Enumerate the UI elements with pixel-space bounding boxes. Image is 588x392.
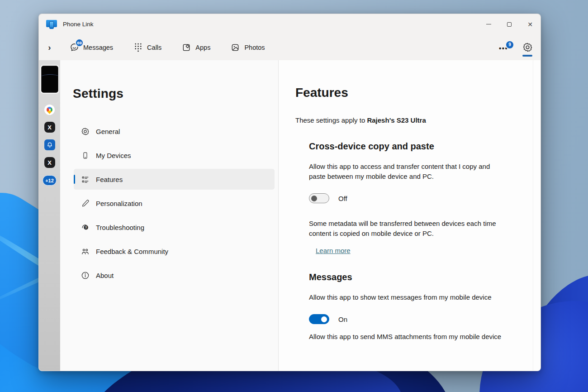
phone-link-window: Phone Link ✕ › 69 xyxy=(38,14,541,371)
troubleshoot-help-icon: ? xyxy=(81,223,90,232)
minimize-icon xyxy=(486,24,491,24)
features-content: Features These settings apply to Rajesh'… xyxy=(279,60,541,371)
mms-description: Allow this app to send MMS attachments f… xyxy=(309,332,504,342)
toggle-knob xyxy=(321,316,327,322)
expand-sidebar-button[interactable]: › xyxy=(39,43,60,53)
x-logo-icon: X xyxy=(47,124,52,131)
tab-calls-label: Calls xyxy=(147,44,161,51)
phone-screen-thumbnail[interactable] xyxy=(41,66,58,93)
maximize-button[interactable] xyxy=(499,14,520,34)
settings-list: General My Devices xyxy=(74,121,275,286)
settings-item-label: About xyxy=(96,272,114,279)
apps-icon xyxy=(181,43,191,53)
applies-to-text: These settings apply to Rajesh's S23 Ult… xyxy=(295,116,522,124)
copy-paste-toggle[interactable] xyxy=(309,193,329,203)
settings-item-my-devices[interactable]: My Devices xyxy=(74,145,275,166)
notifications-app-icon[interactable] xyxy=(44,139,55,150)
section-messages: Messages Allow this app to show text mes… xyxy=(309,272,522,342)
community-people-icon xyxy=(81,247,90,256)
learn-more-link[interactable]: Learn more xyxy=(316,247,351,254)
tab-apps-label: Apps xyxy=(195,44,210,51)
phone-icon xyxy=(81,151,90,160)
chevron-right-icon: › xyxy=(48,43,51,52)
top-navbar: › 69 Messages xyxy=(39,34,541,60)
device-strip: X X +12 xyxy=(39,60,60,371)
applies-prefix: These settings apply to xyxy=(295,116,367,124)
show-messages-toggle[interactable] xyxy=(309,314,329,324)
gear-icon xyxy=(522,42,533,53)
messages-heading: Messages xyxy=(309,272,522,282)
pen-icon xyxy=(81,199,90,208)
window-title: Phone Link xyxy=(63,21,94,28)
tab-calls[interactable]: Calls xyxy=(133,43,161,53)
messages-count-badge: 69 xyxy=(75,38,84,47)
titlebar[interactable]: Phone Link ✕ xyxy=(39,14,541,34)
bell-icon xyxy=(47,142,53,148)
close-icon: ✕ xyxy=(527,21,533,28)
more-count-badge: 9 xyxy=(505,40,514,49)
tab-photos[interactable]: Photos xyxy=(230,43,265,53)
close-button[interactable]: ✕ xyxy=(520,14,541,34)
settings-item-about[interactable]: About xyxy=(74,265,275,286)
settings-item-label: Features xyxy=(96,176,123,183)
settings-item-features[interactable]: Features xyxy=(74,169,275,190)
x-app-icon[interactable]: X xyxy=(44,122,55,133)
photos-icon xyxy=(230,43,240,53)
settings-button[interactable] xyxy=(522,38,533,57)
gear-icon xyxy=(81,127,90,136)
x-logo-icon: X xyxy=(47,159,52,166)
maximize-icon xyxy=(507,22,512,27)
show-messages-toggle-state: On xyxy=(338,316,347,323)
settings-item-general[interactable]: General xyxy=(74,121,275,142)
tab-messages-label: Messages xyxy=(83,44,113,51)
settings-item-label: Personalization xyxy=(96,200,142,207)
settings-item-personalization[interactable]: Personalization xyxy=(74,193,275,214)
info-icon xyxy=(81,271,90,280)
copy-paste-toggle-state: Off xyxy=(338,195,347,202)
device-name: Rajesh's S23 Ultra xyxy=(367,116,426,124)
phone-link-app-icon xyxy=(46,20,57,29)
dialpad-icon xyxy=(133,43,143,53)
feature-list-icon xyxy=(81,175,90,184)
settings-item-label: Troubleshooting xyxy=(96,224,144,231)
tab-photos-label: Photos xyxy=(244,44,265,51)
map-pin-icon xyxy=(45,105,53,114)
settings-panel: Settings General xyxy=(60,60,279,371)
settings-item-troubleshooting[interactable]: ? Troubleshooting xyxy=(74,217,275,238)
settings-item-label: General xyxy=(96,128,120,135)
toggle-knob xyxy=(311,196,317,201)
settings-item-label: Feedback & Community xyxy=(96,248,168,255)
settings-active-indicator xyxy=(522,55,532,57)
settings-item-label: My Devices xyxy=(96,152,131,159)
x-app-icon-2[interactable]: X xyxy=(44,157,55,168)
page-title: Features xyxy=(295,86,522,100)
copy-paste-description: Allow this app to access and transfer co… xyxy=(309,162,504,182)
google-maps-app-icon[interactable] xyxy=(44,105,55,115)
tab-messages[interactable]: 69 Messages xyxy=(69,43,113,53)
messages-icon: 69 xyxy=(69,43,79,53)
settings-title: Settings xyxy=(73,86,278,101)
more-options-button[interactable]: ••• 9 xyxy=(499,40,512,55)
more-apps-badge[interactable]: +12 xyxy=(43,175,57,186)
desktop-wallpaper: Phone Link ✕ › 69 xyxy=(0,0,588,392)
copy-paste-heading: Cross-device copy and paste xyxy=(309,141,522,152)
minimize-button[interactable] xyxy=(478,14,499,34)
svg-text:?: ? xyxy=(85,226,87,229)
settings-item-feedback[interactable]: Feedback & Community xyxy=(74,241,275,262)
metadata-note: Some metadata will be transferred betwee… xyxy=(309,219,504,239)
section-copy-paste: Cross-device copy and paste Allow this a… xyxy=(309,141,522,255)
tab-apps[interactable]: Apps xyxy=(181,43,210,53)
show-messages-description: Allow this app to show text messages fro… xyxy=(309,292,504,302)
